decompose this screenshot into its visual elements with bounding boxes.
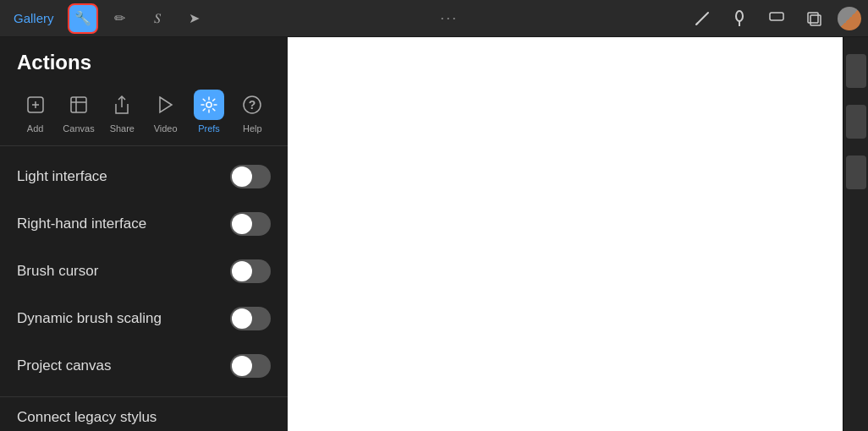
svg-rect-4 (770, 13, 783, 20)
dynamic-brush-scaling-toggle[interactable] (230, 307, 271, 330)
toolbar: Gallery 🔧 ✏ 𝑆 ➤ ··· (0, 0, 868, 37)
layers-icon[interactable] (800, 5, 827, 32)
svg-point-2 (736, 11, 743, 21)
main-area: Actions Add Canvas Share (0, 37, 868, 431)
side-strip-btn-3[interactable] (846, 155, 866, 189)
canvas-area (288, 37, 843, 431)
project-canvas-label: Project canvas (17, 357, 112, 374)
svg-marker-14 (160, 97, 172, 112)
help-icon: ? (237, 90, 267, 120)
canvas-white[interactable] (288, 37, 843, 431)
video-label: Video (154, 123, 178, 134)
canvas-label: Canvas (63, 123, 94, 134)
brush-cursor-label: Brush cursor (17, 263, 98, 280)
svg-text:?: ? (249, 98, 256, 112)
pencil-icon: ✏ (114, 10, 125, 26)
prefs-icon (194, 90, 224, 120)
pen-tool-icon[interactable] (689, 5, 716, 32)
wrench-icon: 🔧 (74, 10, 91, 26)
share-icon (107, 90, 137, 120)
share-label: Share (110, 123, 135, 134)
panel-title: Actions (0, 37, 288, 85)
icon-row: Add Canvas Share Video (0, 85, 288, 146)
svg-line-1 (696, 23, 698, 25)
gallery-button[interactable]: Gallery (7, 8, 61, 29)
toolbar-center: ··· (217, 9, 682, 27)
prefs-icon-item[interactable]: Prefs (188, 90, 230, 134)
side-strip-btn-2[interactable] (846, 105, 866, 139)
add-label: Add (27, 123, 44, 134)
dynamic-brush-scaling-row[interactable]: Dynamic brush scaling (0, 295, 288, 342)
toolbar-left: Gallery 🔧 ✏ 𝑆 ➤ (7, 3, 210, 34)
help-label: Help (243, 123, 262, 134)
svg-rect-6 (810, 15, 821, 25)
light-interface-label: Light interface (17, 168, 107, 185)
arrow-tool-button[interactable]: ➤ (179, 3, 210, 34)
dynamic-brush-scaling-label: Dynamic brush scaling (17, 310, 162, 327)
actions-panel: Actions Add Canvas Share (0, 37, 288, 431)
smudge-tool-button[interactable]: 𝑆 (142, 3, 173, 34)
color-swatch[interactable] (838, 7, 861, 30)
brush-cursor-row[interactable]: Brush cursor (0, 248, 288, 295)
smudge-icon: 𝑆 (154, 11, 161, 26)
canvas-icon (63, 90, 94, 120)
video-icon (151, 90, 181, 120)
three-dots[interactable]: ··· (440, 9, 458, 27)
side-strip (843, 37, 868, 431)
toolbar-right (689, 5, 861, 32)
menu-section: Connect legacy stylus Pressure and Smoot… (0, 397, 288, 431)
project-canvas-toggle[interactable] (230, 354, 271, 378)
eraser-tool-icon[interactable] (763, 5, 790, 32)
svg-rect-10 (71, 97, 86, 112)
help-icon-item[interactable]: ? Help (231, 90, 273, 134)
right-hand-interface-label: Right-hand interface (17, 216, 146, 232)
canvas-icon-item[interactable]: Canvas (58, 90, 100, 134)
share-icon-item[interactable]: Share (101, 90, 143, 134)
svg-rect-5 (808, 13, 818, 23)
pencil-tool-button[interactable]: ✏ (105, 3, 135, 34)
right-hand-interface-row[interactable]: Right-hand interface (0, 200, 288, 248)
connect-legacy-stylus-label: Connect legacy stylus (17, 409, 157, 426)
project-canvas-row[interactable]: Project canvas (0, 342, 288, 390)
add-icon (20, 90, 51, 120)
wrench-tool-button[interactable]: 🔧 (68, 3, 98, 34)
connect-legacy-stylus-row[interactable]: Connect legacy stylus (0, 397, 288, 431)
right-hand-interface-toggle[interactable] (230, 212, 271, 236)
toggle-settings-section: Light interface Right-hand interface Bru… (0, 146, 288, 397)
brush-tool-icon[interactable] (726, 5, 753, 32)
light-interface-toggle[interactable] (230, 165, 271, 188)
light-interface-row[interactable]: Light interface (0, 153, 288, 200)
side-strip-btn-1[interactable] (846, 54, 866, 88)
svg-line-0 (696, 13, 708, 25)
prefs-label: Prefs (198, 123, 220, 134)
add-icon-item[interactable]: Add (14, 90, 57, 134)
brush-cursor-toggle[interactable] (230, 259, 271, 283)
svg-point-15 (206, 102, 212, 107)
arrow-icon: ➤ (189, 10, 200, 26)
video-icon-item[interactable]: Video (145, 90, 187, 134)
